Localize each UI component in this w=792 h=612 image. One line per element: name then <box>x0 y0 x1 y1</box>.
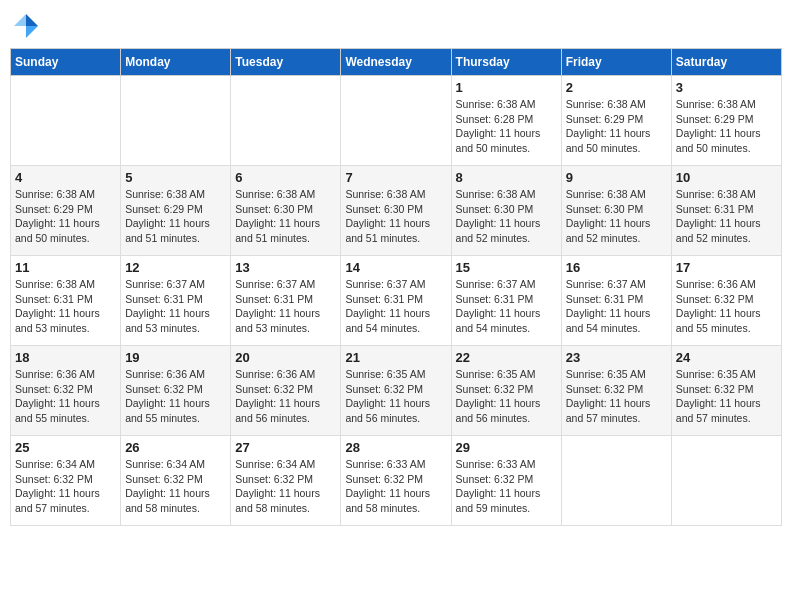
day-cell: 7Sunrise: 6:38 AM Sunset: 6:30 PM Daylig… <box>341 166 451 256</box>
day-cell: 22Sunrise: 6:35 AM Sunset: 6:32 PM Dayli… <box>451 346 561 436</box>
day-cell: 13Sunrise: 6:37 AM Sunset: 6:31 PM Dayli… <box>231 256 341 346</box>
day-info: Sunrise: 6:36 AM Sunset: 6:32 PM Dayligh… <box>235 367 336 426</box>
day-info: Sunrise: 6:34 AM Sunset: 6:32 PM Dayligh… <box>235 457 336 516</box>
day-info: Sunrise: 6:35 AM Sunset: 6:32 PM Dayligh… <box>345 367 446 426</box>
day-info: Sunrise: 6:35 AM Sunset: 6:32 PM Dayligh… <box>456 367 557 426</box>
day-info: Sunrise: 6:37 AM Sunset: 6:31 PM Dayligh… <box>235 277 336 336</box>
day-cell: 28Sunrise: 6:33 AM Sunset: 6:32 PM Dayli… <box>341 436 451 526</box>
svg-marker-0 <box>26 14 38 26</box>
day-number: 25 <box>15 440 116 455</box>
day-cell: 8Sunrise: 6:38 AM Sunset: 6:30 PM Daylig… <box>451 166 561 256</box>
day-number: 27 <box>235 440 336 455</box>
day-info: Sunrise: 6:38 AM Sunset: 6:31 PM Dayligh… <box>676 187 777 246</box>
day-info: Sunrise: 6:38 AM Sunset: 6:30 PM Dayligh… <box>566 187 667 246</box>
day-number: 16 <box>566 260 667 275</box>
day-number: 11 <box>15 260 116 275</box>
day-cell: 29Sunrise: 6:33 AM Sunset: 6:32 PM Dayli… <box>451 436 561 526</box>
day-number: 1 <box>456 80 557 95</box>
svg-marker-1 <box>26 26 38 38</box>
week-row-2: 11Sunrise: 6:38 AM Sunset: 6:31 PM Dayli… <box>11 256 782 346</box>
day-cell: 6Sunrise: 6:38 AM Sunset: 6:30 PM Daylig… <box>231 166 341 256</box>
day-cell: 15Sunrise: 6:37 AM Sunset: 6:31 PM Dayli… <box>451 256 561 346</box>
day-info: Sunrise: 6:36 AM Sunset: 6:32 PM Dayligh… <box>125 367 226 426</box>
day-info: Sunrise: 6:37 AM Sunset: 6:31 PM Dayligh… <box>456 277 557 336</box>
day-cell: 20Sunrise: 6:36 AM Sunset: 6:32 PM Dayli… <box>231 346 341 436</box>
day-info: Sunrise: 6:38 AM Sunset: 6:29 PM Dayligh… <box>15 187 116 246</box>
day-cell: 25Sunrise: 6:34 AM Sunset: 6:32 PM Dayli… <box>11 436 121 526</box>
day-info: Sunrise: 6:35 AM Sunset: 6:32 PM Dayligh… <box>566 367 667 426</box>
day-number: 12 <box>125 260 226 275</box>
day-cell: 3Sunrise: 6:38 AM Sunset: 6:29 PM Daylig… <box>671 76 781 166</box>
day-number: 2 <box>566 80 667 95</box>
day-number: 14 <box>345 260 446 275</box>
day-cell: 14Sunrise: 6:37 AM Sunset: 6:31 PM Dayli… <box>341 256 451 346</box>
day-number: 9 <box>566 170 667 185</box>
week-row-0: 1Sunrise: 6:38 AM Sunset: 6:28 PM Daylig… <box>11 76 782 166</box>
day-cell <box>561 436 671 526</box>
day-info: Sunrise: 6:38 AM Sunset: 6:28 PM Dayligh… <box>456 97 557 156</box>
day-info: Sunrise: 6:38 AM Sunset: 6:30 PM Dayligh… <box>345 187 446 246</box>
day-number: 28 <box>345 440 446 455</box>
day-number: 29 <box>456 440 557 455</box>
day-info: Sunrise: 6:36 AM Sunset: 6:32 PM Dayligh… <box>15 367 116 426</box>
day-cell: 24Sunrise: 6:35 AM Sunset: 6:32 PM Dayli… <box>671 346 781 436</box>
day-cell <box>671 436 781 526</box>
day-cell: 1Sunrise: 6:38 AM Sunset: 6:28 PM Daylig… <box>451 76 561 166</box>
header <box>10 10 782 42</box>
day-number: 4 <box>15 170 116 185</box>
week-row-3: 18Sunrise: 6:36 AM Sunset: 6:32 PM Dayli… <box>11 346 782 436</box>
day-cell <box>341 76 451 166</box>
day-number: 10 <box>676 170 777 185</box>
day-cell: 27Sunrise: 6:34 AM Sunset: 6:32 PM Dayli… <box>231 436 341 526</box>
day-header-sunday: Sunday <box>11 49 121 76</box>
day-number: 13 <box>235 260 336 275</box>
day-info: Sunrise: 6:38 AM Sunset: 6:30 PM Dayligh… <box>235 187 336 246</box>
day-info: Sunrise: 6:35 AM Sunset: 6:32 PM Dayligh… <box>676 367 777 426</box>
day-cell: 11Sunrise: 6:38 AM Sunset: 6:31 PM Dayli… <box>11 256 121 346</box>
day-info: Sunrise: 6:36 AM Sunset: 6:32 PM Dayligh… <box>676 277 777 336</box>
calendar-table: SundayMondayTuesdayWednesdayThursdayFrid… <box>10 48 782 526</box>
day-number: 24 <box>676 350 777 365</box>
day-header-friday: Friday <box>561 49 671 76</box>
week-row-4: 25Sunrise: 6:34 AM Sunset: 6:32 PM Dayli… <box>11 436 782 526</box>
svg-marker-2 <box>14 14 26 26</box>
day-header-saturday: Saturday <box>671 49 781 76</box>
day-info: Sunrise: 6:38 AM Sunset: 6:30 PM Dayligh… <box>456 187 557 246</box>
logo-icon <box>10 10 42 42</box>
day-number: 21 <box>345 350 446 365</box>
day-header-wednesday: Wednesday <box>341 49 451 76</box>
day-info: Sunrise: 6:38 AM Sunset: 6:29 PM Dayligh… <box>125 187 226 246</box>
day-info: Sunrise: 6:34 AM Sunset: 6:32 PM Dayligh… <box>125 457 226 516</box>
day-info: Sunrise: 6:38 AM Sunset: 6:29 PM Dayligh… <box>676 97 777 156</box>
day-info: Sunrise: 6:37 AM Sunset: 6:31 PM Dayligh… <box>345 277 446 336</box>
day-header-tuesday: Tuesday <box>231 49 341 76</box>
day-number: 7 <box>345 170 446 185</box>
day-cell: 16Sunrise: 6:37 AM Sunset: 6:31 PM Dayli… <box>561 256 671 346</box>
day-cell: 17Sunrise: 6:36 AM Sunset: 6:32 PM Dayli… <box>671 256 781 346</box>
day-cell: 5Sunrise: 6:38 AM Sunset: 6:29 PM Daylig… <box>121 166 231 256</box>
day-cell: 12Sunrise: 6:37 AM Sunset: 6:31 PM Dayli… <box>121 256 231 346</box>
day-cell: 2Sunrise: 6:38 AM Sunset: 6:29 PM Daylig… <box>561 76 671 166</box>
day-cell: 9Sunrise: 6:38 AM Sunset: 6:30 PM Daylig… <box>561 166 671 256</box>
day-info: Sunrise: 6:37 AM Sunset: 6:31 PM Dayligh… <box>125 277 226 336</box>
day-number: 23 <box>566 350 667 365</box>
logo <box>10 10 46 42</box>
day-cell: 18Sunrise: 6:36 AM Sunset: 6:32 PM Dayli… <box>11 346 121 436</box>
week-row-1: 4Sunrise: 6:38 AM Sunset: 6:29 PM Daylig… <box>11 166 782 256</box>
day-number: 20 <box>235 350 336 365</box>
day-cell: 21Sunrise: 6:35 AM Sunset: 6:32 PM Dayli… <box>341 346 451 436</box>
day-header-monday: Monday <box>121 49 231 76</box>
day-cell: 26Sunrise: 6:34 AM Sunset: 6:32 PM Dayli… <box>121 436 231 526</box>
day-number: 22 <box>456 350 557 365</box>
day-cell: 4Sunrise: 6:38 AM Sunset: 6:29 PM Daylig… <box>11 166 121 256</box>
day-cell <box>231 76 341 166</box>
day-info: Sunrise: 6:33 AM Sunset: 6:32 PM Dayligh… <box>345 457 446 516</box>
day-number: 15 <box>456 260 557 275</box>
days-header-row: SundayMondayTuesdayWednesdayThursdayFrid… <box>11 49 782 76</box>
day-info: Sunrise: 6:38 AM Sunset: 6:31 PM Dayligh… <box>15 277 116 336</box>
day-cell <box>11 76 121 166</box>
day-number: 5 <box>125 170 226 185</box>
day-info: Sunrise: 6:33 AM Sunset: 6:32 PM Dayligh… <box>456 457 557 516</box>
day-number: 26 <box>125 440 226 455</box>
day-info: Sunrise: 6:34 AM Sunset: 6:32 PM Dayligh… <box>15 457 116 516</box>
